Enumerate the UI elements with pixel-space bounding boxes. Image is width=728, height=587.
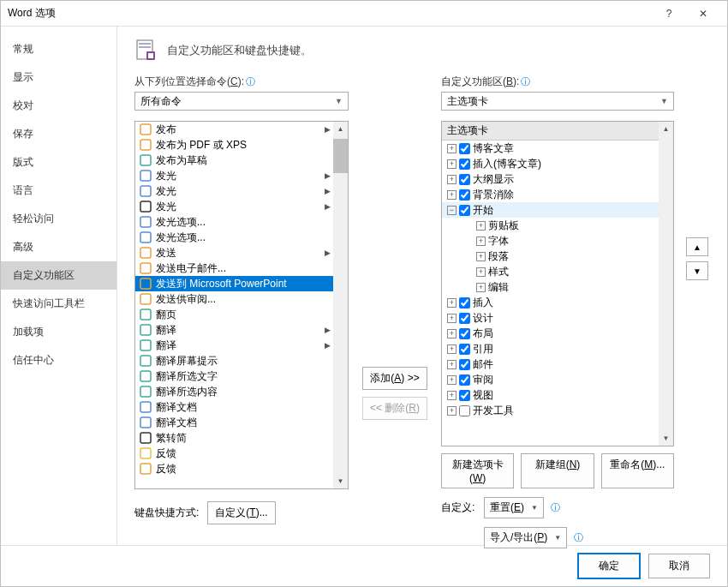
tree-item[interactable]: +段落 [442, 249, 673, 264]
command-item[interactable]: 发光▶ [135, 168, 348, 183]
tree-checkbox[interactable] [459, 159, 470, 170]
tree-checkbox[interactable] [459, 189, 470, 201]
command-item[interactable]: 反馈 [135, 446, 348, 461]
reset-button[interactable]: 重置(E)▼ [484, 497, 544, 518]
expand-icon[interactable]: + [447, 144, 456, 153]
tree-checkbox[interactable] [459, 328, 470, 339]
move-down-button[interactable]: ▼ [686, 261, 708, 280]
tree-checkbox[interactable] [459, 344, 470, 355]
cancel-button[interactable]: 取消 [648, 554, 710, 578]
tree-item[interactable]: +插入(博客文章) [442, 156, 673, 171]
tree-item[interactable]: +布局 [442, 326, 673, 341]
command-item[interactable]: 发布▶ [135, 122, 348, 137]
ok-button[interactable]: 确定 [578, 554, 640, 578]
tree-checkbox[interactable] [459, 390, 470, 401]
sidebar-item[interactable]: 校对 [1, 92, 116, 120]
scroll-up-icon[interactable]: ▲ [659, 122, 673, 136]
commands-from-dropdown[interactable]: 所有命令▼ [134, 92, 349, 111]
command-item[interactable]: 翻页 [135, 307, 348, 322]
command-item[interactable]: 发光▶ [135, 199, 348, 214]
sidebar-item[interactable]: 加载项 [1, 318, 116, 346]
tree-checkbox[interactable] [459, 405, 470, 416]
commands-listbox[interactable]: 发布▶发布为 PDF 或 XPS发布为草稿发光▶发光▶发光▶发光选项...发光选… [134, 121, 349, 489]
command-item[interactable]: 发布为 PDF 或 XPS [135, 137, 348, 153]
scroll-down-icon[interactable]: ▼ [659, 431, 673, 446]
scroll-up-icon[interactable]: ▲ [333, 122, 348, 136]
tree-item[interactable]: +编辑 [442, 279, 673, 295]
info-icon[interactable]: ⓘ [521, 76, 530, 87]
command-item[interactable]: 翻译▶ [135, 338, 348, 353]
info-icon[interactable]: ⓘ [246, 76, 255, 87]
command-item[interactable]: 翻译文档 [135, 399, 348, 415]
info-icon[interactable]: ⓘ [574, 531, 583, 544]
expand-icon[interactable]: + [447, 314, 456, 323]
scrollbar[interactable]: ▲ ▼ [659, 122, 673, 446]
tree-item[interactable]: +引用 [442, 341, 673, 356]
command-item[interactable]: 发送电子邮件... [135, 261, 348, 276]
expand-icon[interactable]: + [476, 283, 486, 292]
command-item[interactable]: 繁转简 [135, 430, 348, 446]
tree-item[interactable]: +样式 [442, 264, 673, 279]
tree-item[interactable]: +大纲显示 [442, 171, 673, 187]
expand-icon[interactable]: + [447, 360, 456, 369]
sidebar-item[interactable]: 高级 [1, 233, 116, 261]
tree-item[interactable]: +插入 [442, 295, 673, 310]
command-item[interactable]: 发布为草稿 [135, 153, 348, 168]
tree-checkbox[interactable] [459, 143, 470, 154]
tree-checkbox[interactable] [459, 205, 470, 216]
sidebar-item[interactable]: 显示 [1, 63, 116, 92]
expand-icon[interactable]: − [447, 206, 456, 215]
rename-button[interactable]: 重命名(M)... [601, 453, 674, 488]
tree-checkbox[interactable] [459, 174, 470, 185]
info-icon[interactable]: ⓘ [551, 501, 560, 514]
close-button[interactable]: ✕ [686, 2, 720, 26]
tree-checkbox[interactable] [459, 313, 470, 324]
scrollbar[interactable]: ▲ ▼ [333, 122, 348, 488]
ribbon-dropdown[interactable]: 主选项卡▼ [441, 92, 674, 111]
sidebar-item[interactable]: 语言 [1, 177, 116, 205]
ribbon-tree[interactable]: 主选项卡 +博客文章+插入(博客文章)+大纲显示+背景消除−开始+剪贴板+字体+… [441, 121, 674, 446]
sidebar-item[interactable]: 快速访问工具栏 [1, 290, 116, 318]
expand-icon[interactable]: + [447, 190, 456, 200]
command-item[interactable]: 翻译屏幕提示 [135, 353, 348, 368]
command-item[interactable]: 发送▶ [135, 245, 348, 261]
command-item[interactable]: 翻译所选文字 [135, 368, 348, 384]
tree-item[interactable]: +审阅 [442, 372, 673, 387]
expand-icon[interactable]: + [476, 267, 486, 277]
expand-icon[interactable]: + [476, 252, 486, 261]
tree-checkbox[interactable] [459, 359, 470, 370]
expand-icon[interactable]: + [476, 221, 486, 231]
expand-icon[interactable]: + [447, 298, 456, 308]
command-item[interactable]: 翻译所选内容 [135, 384, 348, 399]
command-item[interactable]: 发光选项... [135, 214, 348, 230]
scroll-down-icon[interactable]: ▼ [333, 474, 348, 488]
tree-checkbox[interactable] [459, 374, 470, 386]
help-button[interactable]: ? [652, 2, 686, 26]
customize-kb-button[interactable]: 自定义(T)... [207, 501, 275, 524]
new-tab-button[interactable]: 新建选项卡(W) [441, 453, 514, 488]
sidebar-item[interactable]: 版式 [1, 148, 116, 177]
expand-icon[interactable]: + [447, 391, 456, 400]
tree-item[interactable]: +博客文章 [442, 141, 673, 156]
import-export-button[interactable]: 导入/导出(P)▼ [484, 527, 567, 548]
tree-item[interactable]: +视图 [442, 387, 673, 403]
sidebar-item[interactable]: 轻松访问 [1, 205, 116, 233]
command-item[interactable]: 发送供审阅... [135, 291, 348, 307]
command-item[interactable]: 发送到 Microsoft PowerPoint [135, 276, 348, 291]
command-item[interactable]: 反馈 [135, 461, 348, 476]
sidebar-item[interactable]: 自定义功能区 [1, 261, 116, 290]
tree-checkbox[interactable] [459, 297, 470, 308]
add-button[interactable]: 添加(A) >> [362, 367, 427, 390]
tree-item[interactable]: +剪贴板 [442, 218, 673, 233]
move-up-button[interactable]: ▲ [686, 237, 708, 256]
new-group-button[interactable]: 新建组(N) [521, 453, 594, 488]
sidebar-item[interactable]: 信任中心 [1, 346, 116, 374]
tree-item[interactable]: −开始 [442, 202, 673, 218]
sidebar-item[interactable]: 常规 [1, 35, 116, 63]
command-item[interactable]: 发光▶ [135, 183, 348, 199]
sidebar-item[interactable]: 保存 [1, 120, 116, 148]
scroll-thumb[interactable] [333, 139, 348, 173]
tree-item[interactable]: +设计 [442, 310, 673, 326]
tree-item[interactable]: +邮件 [442, 356, 673, 372]
command-item[interactable]: 翻译▶ [135, 322, 348, 338]
